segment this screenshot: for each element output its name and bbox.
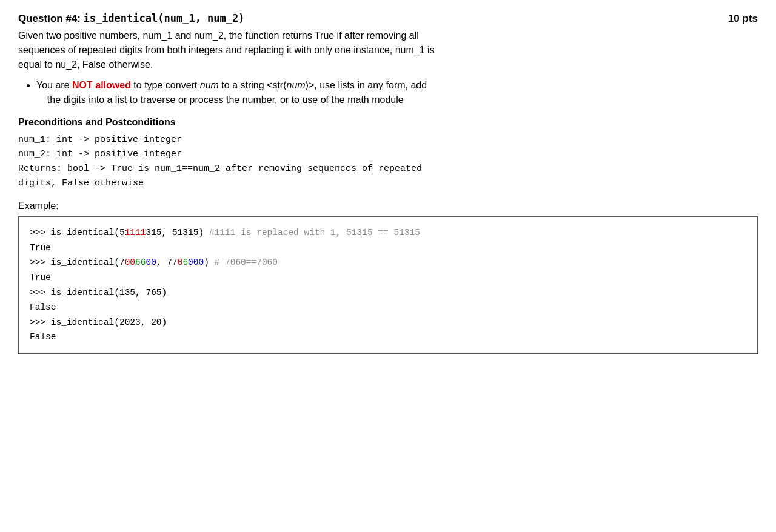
preconditions-section: Preconditions and Postconditions num_1: … [18, 117, 758, 191]
num-italic-1: num [200, 80, 219, 90]
line1-middle: 315, 51315) [146, 228, 209, 238]
line3-h5: 6 [182, 258, 188, 267]
example-line-6: False [30, 300, 746, 315]
desc-line1: Given two positive numbers, num_1 and nu… [18, 30, 419, 41]
bullet-part4: )>, use lists in any form, add [306, 80, 427, 90]
bullet-part1: You are [36, 80, 72, 90]
example-line-5: >>> is_identical(135, 765) [30, 285, 746, 301]
precondition-line1: num_1: int -> positive integer [18, 133, 758, 147]
precondition-line3: Returns: bool -> True is num_1==num_2 af… [18, 162, 758, 191]
not-allowed-text: NOT allowed [72, 80, 131, 90]
question-container: Question #4: is_identical(num_1, num_2) … [18, 12, 758, 354]
line3-suffix2: ) [204, 258, 214, 267]
question-description: Given two positive numbers, num_1 and nu… [18, 28, 758, 72]
line3-prefix2: 77 [167, 258, 177, 267]
line1-prefix: >>> is_identical(5 [30, 228, 125, 238]
bullet-line2: the digits into a list to traverse or pr… [47, 95, 404, 105]
question-number: Question #4: [18, 13, 81, 24]
question-points: 10 pts [728, 13, 758, 25]
desc-line3: equal to nu_2, False otherwise. [18, 59, 153, 70]
example-line-8: False [30, 330, 746, 345]
example-label: Example: [18, 201, 758, 211]
num-italic-2: num [286, 80, 305, 90]
example-line-1: >>> is_identical(51111315, 51315) #1111 … [30, 225, 746, 241]
question-header: Question #4: is_identical(num_1, num_2) … [18, 12, 758, 25]
bullet-part3: to a string <str( [219, 80, 287, 90]
line3-prefix: >>> is_identical(7 [30, 258, 125, 267]
example-line-4: True [30, 270, 746, 285]
question-signature: is_identical(num_1, num_2) [83, 12, 244, 24]
constraints-list: You are NOT allowed to type convert num … [36, 78, 758, 107]
constraint-item-1: You are NOT allowed to type convert num … [36, 78, 758, 107]
example-line-2: True [30, 241, 746, 256]
precondition-line2: num_2: int -> positive integer [18, 147, 758, 162]
line3-sep: , [156, 258, 167, 267]
line3-h2: 66 [135, 258, 146, 267]
line3-h6: 000 [188, 258, 204, 267]
question-title: Question #4: is_identical(num_1, num_2) [18, 12, 245, 25]
line3-comment: # 7060==7060 [215, 258, 278, 267]
line3-h1: 00 [125, 258, 135, 267]
desc-line2: sequences of repeated digits from both i… [18, 45, 435, 55]
example-line-7: >>> is_identical(2023, 20) [30, 315, 746, 330]
example-line-3: >>> is_identical(7006600, 7706000) # 706… [30, 255, 746, 270]
line1-highlight1: 1111 [125, 228, 146, 238]
bullet-part2: to type convert [131, 80, 200, 90]
line1-comment: #1111 is replaced with 1, 51315 == 51315 [209, 228, 420, 238]
line3-h3: 00 [146, 258, 156, 267]
preconditions-title: Preconditions and Postconditions [18, 117, 758, 128]
example-box: >>> is_identical(51111315, 51315) #1111 … [18, 216, 758, 354]
